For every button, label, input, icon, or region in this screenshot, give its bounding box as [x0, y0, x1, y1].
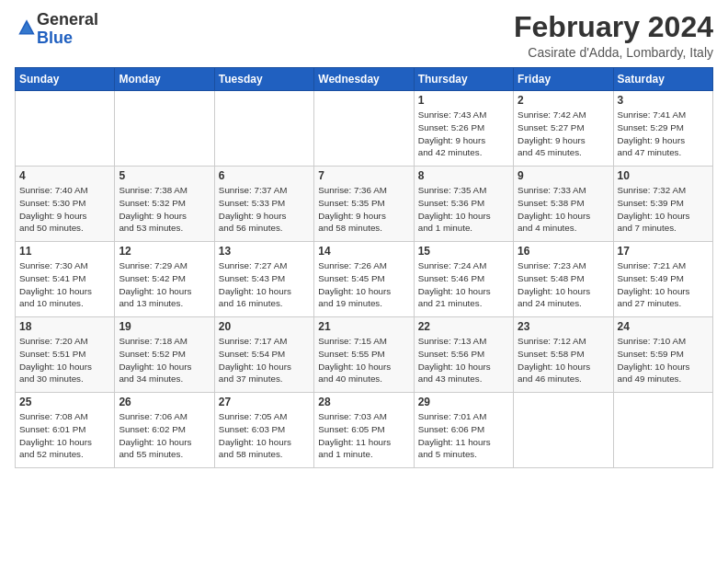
calendar-cell: 10Sunrise: 7:32 AM Sunset: 5:39 PM Dayli… [613, 167, 712, 242]
day-info: Sunrise: 7:40 AM Sunset: 5:30 PM Dayligh… [19, 184, 110, 235]
header: General Blue February 2024 Casirate d'Ad… [15, 11, 713, 60]
calendar-cell: 27Sunrise: 7:05 AM Sunset: 6:03 PM Dayli… [214, 393, 313, 468]
day-info: Sunrise: 7:12 AM Sunset: 5:58 PM Dayligh… [518, 335, 609, 385]
day-info: Sunrise: 7:03 AM Sunset: 6:05 PM Dayligh… [318, 410, 409, 461]
day-number: 16 [518, 245, 609, 258]
calendar-cell: 25Sunrise: 7:08 AM Sunset: 6:01 PM Dayli… [16, 393, 115, 468]
calendar-cell: 24Sunrise: 7:10 AM Sunset: 5:59 PM Dayli… [613, 317, 712, 393]
day-info: Sunrise: 7:05 AM Sunset: 6:03 PM Dayligh… [219, 410, 310, 461]
calendar-cell: 9Sunrise: 7:33 AM Sunset: 5:38 PM Daylig… [514, 167, 613, 242]
calendar-week-row: 11Sunrise: 7:30 AM Sunset: 5:41 PM Dayli… [16, 242, 713, 317]
calendar-cell: 28Sunrise: 7:03 AM Sunset: 6:05 PM Dayli… [314, 393, 414, 468]
calendar-cell: 16Sunrise: 7:23 AM Sunset: 5:48 PM Dayli… [514, 242, 613, 317]
calendar-cell: 18Sunrise: 7:20 AM Sunset: 5:51 PM Dayli… [16, 317, 115, 393]
day-info: Sunrise: 7:30 AM Sunset: 5:41 PM Dayligh… [19, 259, 110, 310]
day-info: Sunrise: 7:10 AM Sunset: 5:59 PM Dayligh… [618, 335, 709, 385]
day-info: Sunrise: 7:29 AM Sunset: 5:42 PM Dayligh… [119, 259, 210, 310]
weekday-header: Wednesday [314, 68, 414, 91]
day-number: 9 [518, 169, 609, 182]
day-number: 25 [19, 396, 110, 408]
day-number: 11 [19, 245, 110, 258]
day-number: 12 [119, 245, 210, 258]
day-info: Sunrise: 7:13 AM Sunset: 5:56 PM Dayligh… [418, 335, 509, 385]
day-number: 23 [518, 320, 609, 333]
calendar-cell: 12Sunrise: 7:29 AM Sunset: 5:42 PM Dayli… [115, 242, 214, 317]
day-number: 7 [318, 169, 409, 182]
calendar-cell: 8Sunrise: 7:35 AM Sunset: 5:36 PM Daylig… [414, 167, 513, 242]
day-info: Sunrise: 7:08 AM Sunset: 6:01 PM Dayligh… [19, 410, 110, 461]
logo: General Blue [15, 11, 98, 48]
day-info: Sunrise: 7:38 AM Sunset: 5:32 PM Dayligh… [119, 184, 210, 235]
calendar-cell: 21Sunrise: 7:15 AM Sunset: 5:55 PM Dayli… [314, 317, 414, 393]
weekday-header-row: SundayMondayTuesdayWednesdayThursdayFrid… [16, 68, 713, 91]
weekday-header: Thursday [414, 68, 513, 91]
calendar-page: General Blue February 2024 Casirate d'Ad… [0, 0, 728, 563]
day-number: 5 [119, 169, 210, 182]
calendar-cell: 22Sunrise: 7:13 AM Sunset: 5:56 PM Dayli… [414, 317, 513, 393]
day-info: Sunrise: 7:26 AM Sunset: 5:45 PM Dayligh… [318, 259, 409, 310]
calendar-cell [115, 91, 214, 167]
calendar-cell: 23Sunrise: 7:12 AM Sunset: 5:58 PM Dayli… [514, 317, 613, 393]
calendar-week-row: 18Sunrise: 7:20 AM Sunset: 5:51 PM Dayli… [16, 317, 713, 393]
day-number: 15 [418, 245, 509, 258]
weekday-header: Saturday [613, 68, 712, 91]
day-info: Sunrise: 7:17 AM Sunset: 5:54 PM Dayligh… [219, 335, 310, 385]
day-number: 26 [119, 396, 210, 408]
logo-icon [17, 17, 37, 38]
day-number: 18 [19, 320, 110, 333]
logo-general: General [37, 10, 98, 29]
day-number: 13 [219, 245, 310, 258]
day-info: Sunrise: 7:20 AM Sunset: 5:51 PM Dayligh… [19, 335, 110, 385]
day-info: Sunrise: 7:24 AM Sunset: 5:46 PM Dayligh… [418, 259, 509, 310]
day-info: Sunrise: 7:21 AM Sunset: 5:49 PM Dayligh… [618, 259, 709, 310]
day-info: Sunrise: 7:18 AM Sunset: 5:52 PM Dayligh… [119, 335, 210, 385]
day-number: 1 [418, 94, 509, 107]
calendar-cell: 4Sunrise: 7:40 AM Sunset: 5:30 PM Daylig… [16, 167, 115, 242]
calendar-cell: 17Sunrise: 7:21 AM Sunset: 5:49 PM Dayli… [613, 242, 712, 317]
day-number: 27 [219, 396, 310, 408]
day-info: Sunrise: 7:15 AM Sunset: 5:55 PM Dayligh… [318, 335, 409, 385]
day-number: 20 [219, 320, 310, 333]
day-info: Sunrise: 7:33 AM Sunset: 5:38 PM Dayligh… [518, 184, 609, 235]
day-number: 28 [318, 396, 409, 408]
calendar-cell: 29Sunrise: 7:01 AM Sunset: 6:06 PM Dayli… [414, 393, 513, 468]
calendar-cell: 7Sunrise: 7:36 AM Sunset: 5:35 PM Daylig… [314, 167, 414, 242]
weekday-header: Monday [115, 68, 214, 91]
day-info: Sunrise: 7:41 AM Sunset: 5:29 PM Dayligh… [618, 109, 709, 159]
day-number: 21 [318, 320, 409, 333]
day-number: 6 [219, 169, 310, 182]
calendar-cell: 2Sunrise: 7:42 AM Sunset: 5:27 PM Daylig… [514, 91, 613, 167]
weekday-header: Friday [514, 68, 613, 91]
day-number: 29 [418, 396, 509, 408]
calendar-cell [514, 393, 613, 468]
calendar-week-row: 4Sunrise: 7:40 AM Sunset: 5:30 PM Daylig… [16, 167, 713, 242]
month-title: February 2024 [514, 11, 713, 43]
day-info: Sunrise: 7:42 AM Sunset: 5:27 PM Dayligh… [518, 109, 609, 159]
calendar-cell [314, 91, 414, 167]
calendar-cell: 26Sunrise: 7:06 AM Sunset: 6:02 PM Dayli… [115, 393, 214, 468]
day-number: 10 [618, 169, 709, 182]
weekday-header: Sunday [16, 68, 115, 91]
calendar-cell [214, 91, 313, 167]
weekday-header: Tuesday [214, 68, 313, 91]
logo-blue: Blue [37, 29, 73, 47]
calendar-table: SundayMondayTuesdayWednesdayThursdayFrid… [15, 67, 713, 468]
day-number: 19 [119, 320, 210, 333]
calendar-cell: 1Sunrise: 7:43 AM Sunset: 5:26 PM Daylig… [414, 91, 513, 167]
day-info: Sunrise: 7:43 AM Sunset: 5:26 PM Dayligh… [418, 109, 509, 159]
calendar-cell: 20Sunrise: 7:17 AM Sunset: 5:54 PM Dayli… [214, 317, 313, 393]
calendar-cell: 13Sunrise: 7:27 AM Sunset: 5:43 PM Dayli… [214, 242, 313, 317]
day-number: 17 [618, 245, 709, 258]
day-number: 24 [618, 320, 709, 333]
day-info: Sunrise: 7:06 AM Sunset: 6:02 PM Dayligh… [119, 410, 210, 461]
title-block: February 2024 Casirate d'Adda, Lombardy,… [514, 11, 713, 60]
calendar-cell: 15Sunrise: 7:24 AM Sunset: 5:46 PM Dayli… [414, 242, 513, 317]
calendar-cell: 14Sunrise: 7:26 AM Sunset: 5:45 PM Dayli… [314, 242, 414, 317]
calendar-week-row: 25Sunrise: 7:08 AM Sunset: 6:01 PM Dayli… [16, 393, 713, 468]
day-number: 4 [19, 169, 110, 182]
day-info: Sunrise: 7:35 AM Sunset: 5:36 PM Dayligh… [418, 184, 509, 235]
day-number: 22 [418, 320, 509, 333]
calendar-cell: 19Sunrise: 7:18 AM Sunset: 5:52 PM Dayli… [115, 317, 214, 393]
day-number: 8 [418, 169, 509, 182]
calendar-cell [16, 91, 115, 167]
